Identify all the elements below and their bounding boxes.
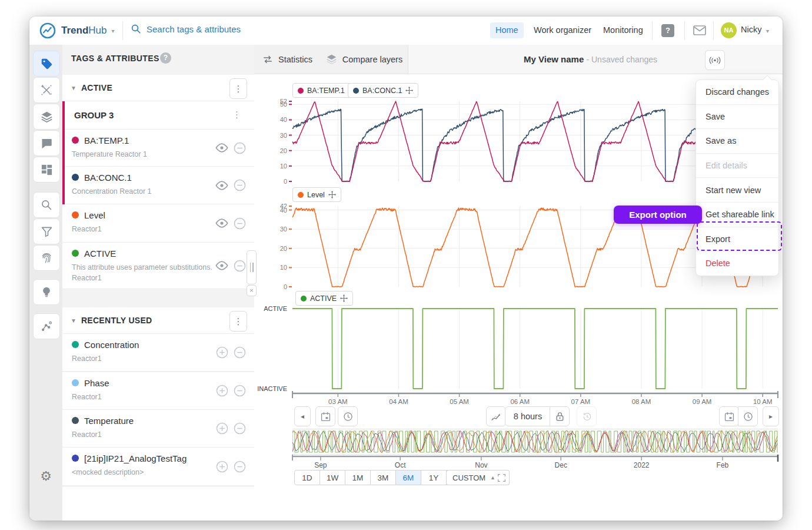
recent-item-phase[interactable]: Phase Reactor1 [62, 372, 254, 410]
chevron-down-icon[interactable]: ▼ [71, 317, 76, 324]
add-icon[interactable] [216, 385, 228, 397]
end-time-button[interactable] [738, 406, 758, 426]
user-chevron-down-icon[interactable]: ▾ [766, 28, 769, 34]
legend-dot [301, 296, 307, 302]
dashboard-icon [41, 164, 52, 175]
rail-search-button[interactable] [33, 192, 60, 218]
move-icon[interactable] [328, 191, 336, 198]
preset-3m[interactable]: 3M [371, 470, 396, 485]
fingerprint-icon [41, 252, 52, 264]
search-input[interactable]: Search tags & attributes [131, 24, 241, 34]
panel-title: TAGS & ATTRIBUTES [71, 54, 159, 63]
tag-item-active[interactable]: ACTIVE This attribute uses parameter sub… [62, 243, 254, 289]
move-icon[interactable] [405, 87, 413, 94]
recent-item-ip21-analogtesttag[interactable]: [21ip]IP21_AnalogTestTag <mocked descrip… [62, 448, 254, 486]
start-calendar-button[interactable] [315, 406, 335, 426]
timeline-overview[interactable] [292, 429, 778, 455]
eye-icon[interactable] [215, 143, 228, 153]
legend-chip-active[interactable]: ACTIVE [295, 291, 353, 306]
tag-item-ba-conc-1[interactable]: BA:CONC.1 Concentration Reactor 1 [62, 167, 254, 204]
section-active-menu-button[interactable]: ⋮ [229, 78, 247, 99]
svg-text:20: 20 [280, 245, 287, 252]
tag-item-ba-temp-1[interactable]: BA:TEMP.1 Temperature Reactor 1 [62, 130, 254, 167]
mail-icon[interactable] [693, 25, 706, 35]
nav-home[interactable]: Home [490, 22, 524, 38]
rail-ideas-button[interactable] [33, 279, 60, 305]
menu-item-save[interactable]: Save [696, 104, 778, 129]
remove-icon[interactable] [234, 461, 246, 473]
menu-item-discard-changes[interactable]: Discard changes [696, 80, 778, 104]
fullscreen-button[interactable] [494, 470, 510, 485]
svg-text:04 AM: 04 AM [389, 398, 408, 405]
brand-name-light: Hub [88, 25, 107, 36]
rail-calculations-button[interactable] [33, 77, 60, 103]
brand-chevron-down-icon[interactable]: ▾ [111, 28, 114, 34]
remove-icon[interactable] [234, 260, 246, 272]
live-broadcast-button[interactable] [705, 50, 725, 70]
nav-work-organizer[interactable]: Work organizer [528, 22, 597, 38]
lock-range-button[interactable] [550, 406, 570, 426]
app-logo[interactable]: TrendHub ▾ [39, 22, 115, 39]
legend-chip-level[interactable]: Level [292, 187, 341, 202]
tab-compare-layers-label: Compare layers [342, 55, 402, 64]
panel-resize-handle[interactable] [247, 250, 257, 284]
rail-layers-button[interactable] [33, 104, 60, 130]
menu-item-delete[interactable]: Delete [696, 251, 778, 276]
add-icon[interactable] [216, 461, 228, 473]
history-button[interactable] [577, 406, 597, 426]
rail-tags-button[interactable] [33, 51, 60, 77]
menu-item-save-as[interactable]: Save as [696, 128, 778, 153]
chevron-down-icon[interactable]: ▼ [71, 85, 76, 91]
custom-range-button[interactable]: CUSTOM ▲ [446, 470, 502, 485]
end-calendar-button[interactable] [719, 406, 739, 426]
tab-statistics[interactable]: Statistics [254, 45, 321, 74]
rail-dashboard-button[interactable] [33, 157, 60, 183]
pan-left-button[interactable]: ◂ [294, 406, 311, 426]
group-menu-button[interactable]: ⋮ [232, 110, 241, 120]
eye-icon[interactable] [215, 218, 228, 228]
section-recent-menu-button[interactable]: ⋮ [229, 311, 247, 332]
remove-icon[interactable] [234, 142, 246, 154]
rail-filter-button[interactable] [33, 218, 60, 244]
recent-item-temperature[interactable]: Temperature Reactor1 [62, 410, 254, 448]
eye-icon[interactable] [215, 181, 228, 190]
tag-item-level[interactable]: Level Reactor1 [62, 204, 254, 243]
remove-icon[interactable] [234, 385, 246, 397]
preset-1y[interactable]: 1Y [421, 470, 447, 485]
add-icon[interactable] [216, 422, 228, 435]
start-time-button[interactable] [338, 406, 358, 426]
preset-1d[interactable]: 1D [294, 470, 320, 485]
avatar[interactable]: NA [721, 22, 737, 38]
panel-help-icon[interactable]: ? [160, 52, 171, 64]
panel-collapse-button[interactable]: × [247, 285, 257, 296]
preset-1m[interactable]: 1M [345, 470, 371, 485]
menu-item-start-new-view[interactable]: Start new view [696, 177, 778, 202]
remove-icon[interactable] [234, 422, 246, 435]
user-name[interactable]: Nicky [741, 25, 761, 34]
timeline-axis[interactable]: SepOctNovDec2022Feb [288, 455, 783, 470]
preset-1w[interactable]: 1W [320, 470, 345, 485]
move-icon[interactable] [340, 294, 348, 302]
tab-compare-layers[interactable]: Compare layers [321, 45, 408, 74]
remove-icon[interactable] [234, 217, 246, 230]
legend-chip-ba-conc-1[interactable]: BA:CONC.1 [348, 83, 418, 98]
rail-comments-button[interactable] [33, 130, 60, 156]
recent-item-concentration[interactable]: Concentration Reactor1 [62, 334, 254, 372]
pan-right-button[interactable]: ▸ [763, 406, 779, 426]
add-icon[interactable] [216, 346, 228, 359]
group-row[interactable]: GROUP 3 ⋮ [62, 101, 254, 130]
rail-settings-button[interactable]: ⚙ [33, 464, 59, 489]
eye-icon[interactable] [215, 261, 228, 270]
remove-icon[interactable] [234, 179, 246, 191]
help-icon[interactable]: ? [661, 24, 674, 37]
preset-6m[interactable]: 6M [396, 470, 421, 485]
section-recently-used[interactable]: ▼ RECENTLY USED ⋮ [62, 307, 254, 334]
duration-selector[interactable]: 8 hours [505, 406, 551, 426]
rail-connections-button[interactable] [33, 313, 60, 339]
nav-monitoring[interactable]: Monitoring [598, 22, 648, 38]
remove-icon[interactable] [234, 346, 246, 359]
svg-text:ACTIVE: ACTIVE [264, 305, 287, 312]
rail-fingerprint-button[interactable] [33, 245, 60, 271]
trend-mode-button[interactable] [486, 406, 506, 426]
section-active[interactable]: ▼ ACTIVE ⋮ [62, 75, 254, 101]
